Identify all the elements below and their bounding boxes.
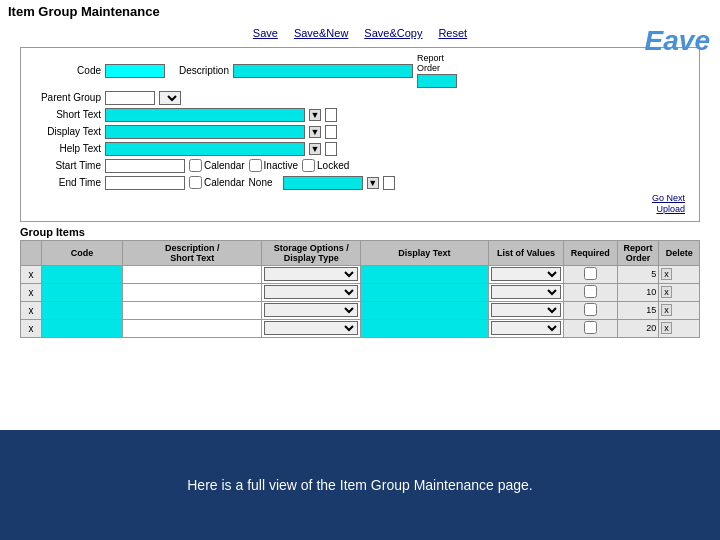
short-text-side-btn[interactable]: ▼	[309, 109, 321, 121]
display-text-right-input[interactable]	[325, 125, 337, 139]
row-code-3[interactable]	[41, 319, 122, 337]
list-select-2[interactable]	[491, 303, 561, 317]
row-list-1[interactable]	[488, 283, 563, 301]
logo: Eave	[645, 25, 710, 57]
display-text-label: Display Text	[31, 126, 101, 137]
row-x-0: x	[21, 265, 42, 283]
go-next-button[interactable]: Go Next	[652, 193, 685, 203]
col-header-desc: Description /Short Text	[123, 240, 262, 265]
row-x-2: x	[21, 301, 42, 319]
inactive-check-label: Inactive	[249, 159, 298, 172]
row-x-3: x	[21, 319, 42, 337]
row-storage-0[interactable]	[262, 265, 361, 283]
row-required-1[interactable]	[564, 283, 617, 301]
form-row-parent: Parent Group	[31, 91, 689, 105]
list-select-1[interactable]	[491, 285, 561, 299]
form-row-start-time: Start Time Calendar Inactive Locked	[31, 159, 689, 173]
calendar-checkbox[interactable]	[189, 159, 202, 172]
inactive-label: Inactive	[264, 160, 298, 171]
row-delete-3[interactable]: x	[659, 319, 700, 337]
display-text-side-btn[interactable]: ▼	[309, 126, 321, 138]
row-storage-2[interactable]	[262, 301, 361, 319]
help-text-input[interactable]	[105, 142, 305, 156]
parent-group-label: Parent Group	[31, 92, 101, 103]
code-label: Code	[31, 65, 101, 76]
row-desc-1[interactable]	[123, 283, 262, 301]
row-required-3[interactable]	[564, 319, 617, 337]
short-text-right-input[interactable]	[325, 108, 337, 122]
help-text-side-btn[interactable]: ▼	[309, 143, 321, 155]
storage-select-3[interactable]	[264, 321, 358, 335]
storage-select-0[interactable]	[264, 267, 358, 281]
table-row: x 20 x	[21, 319, 700, 337]
row-storage-3[interactable]	[262, 319, 361, 337]
short-text-input[interactable]	[105, 108, 305, 122]
calendar2-label: Calendar	[204, 177, 245, 188]
description-input[interactable]	[233, 64, 413, 78]
col-header-required: Required	[564, 240, 617, 265]
row-list-2[interactable]	[488, 301, 563, 319]
calendar-label: Calendar	[204, 160, 245, 171]
display-text-input[interactable]	[105, 125, 305, 139]
delete-btn-3[interactable]: x	[661, 322, 672, 334]
none-input[interactable]	[283, 176, 363, 190]
row-desc-3[interactable]	[123, 319, 262, 337]
list-select-3[interactable]	[491, 321, 561, 335]
list-select-0[interactable]	[491, 267, 561, 281]
row-desc-0[interactable]	[123, 265, 262, 283]
row-delete-1[interactable]: x	[659, 283, 700, 301]
locked-checkbox[interactable]	[302, 159, 315, 172]
save-button[interactable]: Save	[253, 27, 278, 39]
row-order-2: 15	[617, 301, 659, 319]
locked-check-label: Locked	[302, 159, 349, 172]
col-header-list: List of Values	[488, 240, 563, 265]
row-display-2[interactable]	[361, 301, 489, 319]
code-input[interactable]	[105, 64, 165, 78]
start-time-input[interactable]	[105, 159, 185, 173]
delete-btn-2[interactable]: x	[661, 304, 672, 316]
delete-btn-1[interactable]: x	[661, 286, 672, 298]
save-new-button[interactable]: Save&New	[294, 27, 348, 39]
row-display-1[interactable]	[361, 283, 489, 301]
storage-select-1[interactable]	[264, 285, 358, 299]
required-check-0[interactable]	[584, 267, 597, 280]
form-area: Code Description ReportOrder Parent Grou…	[20, 47, 700, 222]
parent-group-input[interactable]	[105, 91, 155, 105]
calendar2-check-label: Calendar	[189, 176, 245, 189]
row-code-2[interactable]	[41, 301, 122, 319]
row-delete-2[interactable]: x	[659, 301, 700, 319]
none-side-btn[interactable]: ▼	[367, 177, 379, 189]
row-required-0[interactable]	[564, 265, 617, 283]
row-list-3[interactable]	[488, 319, 563, 337]
storage-select-2[interactable]	[264, 303, 358, 317]
row-code-1[interactable]	[41, 283, 122, 301]
inactive-checkbox[interactable]	[249, 159, 262, 172]
row-desc-2[interactable]	[123, 301, 262, 319]
parent-group-select[interactable]	[159, 91, 181, 105]
row-list-0[interactable]	[488, 265, 563, 283]
calendar-check-label: Calendar	[189, 159, 245, 172]
bottom-banner: Here is a full view of the Item Group Ma…	[0, 430, 720, 540]
required-check-3[interactable]	[584, 321, 597, 334]
group-items-title: Group Items	[20, 226, 700, 238]
end-time-input[interactable]	[105, 176, 185, 190]
row-delete-0[interactable]: x	[659, 265, 700, 283]
calendar2-checkbox[interactable]	[189, 176, 202, 189]
col-header-delete: Delete	[659, 240, 700, 265]
delete-btn-0[interactable]: x	[661, 268, 672, 280]
save-copy-button[interactable]: Save&Copy	[364, 27, 422, 39]
row-code-0[interactable]	[41, 265, 122, 283]
row-display-0[interactable]	[361, 265, 489, 283]
row-storage-1[interactable]	[262, 283, 361, 301]
none-right-input[interactable]	[383, 176, 395, 190]
row-display-3[interactable]	[361, 319, 489, 337]
row-required-2[interactable]	[564, 301, 617, 319]
start-time-label: Start Time	[31, 160, 101, 171]
required-check-2[interactable]	[584, 303, 597, 316]
form-row-short: Short Text ▼	[31, 108, 689, 122]
upload-button[interactable]: Upload	[656, 204, 685, 214]
required-check-1[interactable]	[584, 285, 597, 298]
help-text-right-input[interactable]	[325, 142, 337, 156]
report-order-input[interactable]	[417, 74, 457, 88]
reset-button[interactable]: Reset	[438, 27, 467, 39]
